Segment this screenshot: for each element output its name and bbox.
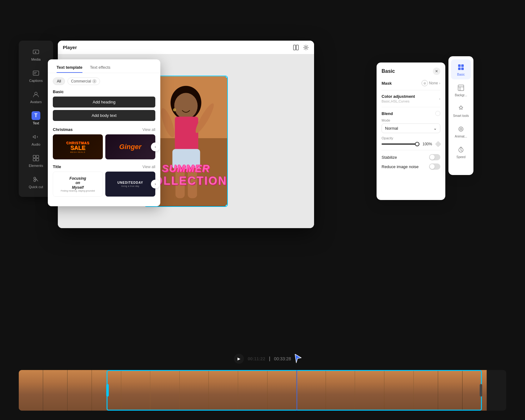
stabilize-toggle[interactable] <box>429 154 440 160</box>
svg-rect-23 <box>458 64 461 67</box>
tool-background[interactable]: Backgr... <box>451 80 471 100</box>
blend-section: Blend Mode Normal ⌄ Opacity 100% <box>382 111 440 150</box>
color-adj-header[interactable]: Color adjustment Basic,HSL,Curves › <box>382 94 440 103</box>
sidebar-item-quickcut[interactable]: Quick cut <box>23 172 48 192</box>
christmas-view-all[interactable]: View all <box>142 128 155 132</box>
tab-text-template[interactable]: Text template <box>53 62 86 73</box>
title-section-header: Title View all <box>53 164 155 169</box>
app-container: Player <box>0 0 525 420</box>
layout-icon[interactable] <box>293 44 299 51</box>
tool-animation[interactable]: Animat... <box>451 121 471 141</box>
ginger-template[interactable]: Ginger <box>105 134 155 159</box>
opacity-fill <box>382 143 418 145</box>
focusing-text: FocusingonMyself <box>69 176 86 190</box>
sale-label: SALE <box>70 145 85 151</box>
mode-dropdown[interactable]: Normal ⌄ <box>382 123 440 133</box>
svg-point-2 <box>305 47 307 48</box>
christmas-nav-arrow[interactable]: › <box>151 142 160 151</box>
basic-section-title: Basic <box>53 89 64 94</box>
color-adj-section: Color adjustment Basic,HSL,Curves › <box>382 94 440 107</box>
add-body-button[interactable]: Add body text <box>53 110 155 121</box>
svg-rect-0 <box>293 45 296 50</box>
tool-basic[interactable]: Basic <box>451 59 471 79</box>
svg-point-13 <box>173 108 176 112</box>
reduce-noise-row: Reduce image noise <box>382 163 440 170</box>
time-separator: | <box>269 356 270 362</box>
color-adj-subtitle: Basic,HSL,Curves <box>382 99 415 103</box>
sidebar-item-captions[interactable]: Captions <box>23 66 48 86</box>
thumb-frame-sel-6 <box>268 370 297 411</box>
opacity-label: Opacity <box>382 136 440 140</box>
tab-text-effects[interactable]: Text effects <box>86 62 114 73</box>
tool-basic-label: Basic <box>457 73 465 76</box>
christmas-section-header: Christmas View all <box>53 127 155 132</box>
mask-label: Mask <box>382 81 392 86</box>
christmas-sale-template[interactable]: CHRISTMAS SALE MEGA DEALS <box>53 134 103 159</box>
sidebar-item-audio[interactable]: Audio <box>23 129 48 149</box>
blend-header: Blend <box>382 111 440 116</box>
info-icon[interactable]: i <box>92 79 97 83</box>
svg-rect-18 <box>36 155 39 158</box>
sidebar-item-text[interactable]: T Text <box>23 108 48 128</box>
cursor-indicator <box>294 354 302 365</box>
play-button[interactable]: ▶ <box>234 354 244 364</box>
title-view-all[interactable]: View all <box>142 165 155 169</box>
tool-smart-tools[interactable]: Smart tools <box>451 101 471 121</box>
resize-handle-br[interactable] <box>225 204 228 207</box>
focusing-template[interactable]: FocusingonMyself Finding meaning, stayin… <box>53 172 103 197</box>
svg-point-29 <box>460 128 462 130</box>
playhead[interactable] <box>297 370 297 411</box>
focusing-subtext: Finding meaning, staying grounded <box>61 190 95 192</box>
media-icon <box>32 48 40 56</box>
title-template-grid: FocusingonMyself Finding meaning, stayin… <box>53 172 155 197</box>
thumb-frame-sel-2 <box>150 370 180 411</box>
basic-panel-header: Basic ✕ <box>382 68 440 75</box>
speed-tool-icon <box>457 145 465 154</box>
basic-panel-title: Basic <box>382 68 395 74</box>
tool-background-label: Backgr... <box>455 93 467 97</box>
thumb-frame-r-1 <box>438 370 462 411</box>
close-button[interactable]: ✕ <box>433 68 440 75</box>
svg-rect-19 <box>33 158 36 161</box>
mask-value: ⊘ None › <box>422 80 440 86</box>
elements-icon <box>32 154 40 162</box>
blend-toggle[interactable] <box>435 111 440 116</box>
thumb-frame-r-0 <box>414 370 438 411</box>
filter-commercial[interactable]: Commercial i <box>68 78 100 85</box>
thumb-frame-sel-1 <box>121 370 151 411</box>
reduce-noise-knob <box>430 164 435 169</box>
filter-all[interactable]: All <box>53 78 65 85</box>
player-header: Player <box>58 41 314 54</box>
thumb-frame-sel-8 <box>326 370 355 411</box>
color-adj-text: Color adjustment Basic,HSL,Curves <box>382 94 415 103</box>
keyframe-icon[interactable] <box>435 141 441 147</box>
playback-controls: ▶ 00:11:22 | 00:33:28 <box>234 354 291 364</box>
add-heading-button[interactable]: Add heading <box>53 97 155 108</box>
tool-speed[interactable]: Speed <box>451 142 471 162</box>
sidebar-item-avatars[interactable]: Avatars <box>23 87 48 107</box>
right-tools-panel: Basic Backgr... Smart tools <box>448 56 473 175</box>
mask-section-header[interactable]: Mask ⊘ None › <box>382 80 440 86</box>
title-nav-arrow[interactable]: › <box>151 180 160 188</box>
audio-icon <box>32 132 40 141</box>
panel-content: All Commercial i Basic Add heading Add b… <box>48 73 160 206</box>
unedited-template[interactable]: UNEDITEDDAY living a true day <box>105 172 155 197</box>
svg-point-22 <box>34 180 36 182</box>
reduce-noise-toggle[interactable] <box>429 163 440 170</box>
timeline-content <box>19 370 506 411</box>
thumb-frame-0 <box>19 370 43 411</box>
thumb-frame-sel-4 <box>209 370 238 411</box>
settings-icon[interactable] <box>303 44 309 51</box>
sidebar-item-media[interactable]: Media <box>23 44 48 64</box>
filter-row: All Commercial i <box>53 78 155 85</box>
opacity-slider[interactable] <box>382 143 420 145</box>
tool-speed-label: Speed <box>457 155 466 159</box>
opacity-row: 100% <box>382 142 440 146</box>
svg-point-28 <box>459 127 463 131</box>
sidebar-item-elements[interactable]: Elements <box>23 151 48 171</box>
basic-tool-icon <box>457 63 465 72</box>
svg-rect-7 <box>175 117 198 150</box>
thumbnail-strip <box>19 370 506 411</box>
mask-icon: ⊘ <box>422 80 428 86</box>
stabilize-row: Stabilize <box>382 154 440 160</box>
